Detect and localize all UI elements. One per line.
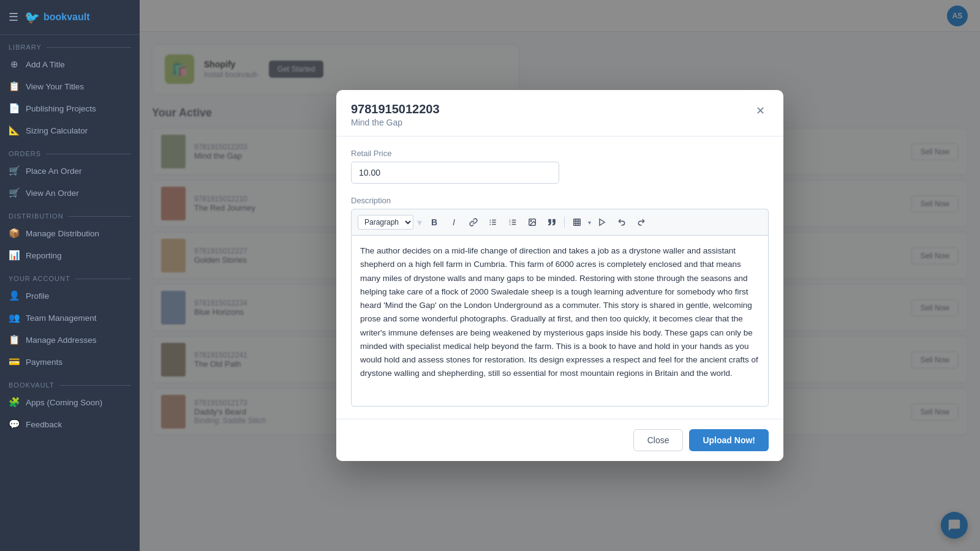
sidebar-item-label: Place An Order [26, 167, 82, 176]
sidebar-item-view-titles[interactable]: 📋 View Your Titles [0, 75, 140, 97]
sidebar-item-place-order[interactable]: 🛒 Place An Order [0, 160, 140, 182]
sidebar-item-feedback[interactable]: 💬 Feedback [0, 413, 140, 435]
team-icon: 👥 [9, 312, 20, 323]
hamburger-icon[interactable]: ☰ [9, 10, 18, 24]
sidebar-section-library: Library [0, 35, 140, 53]
cart2-icon: 🛒 [9, 187, 20, 198]
logo-text: bookvault [43, 12, 90, 23]
sidebar-item-publishing-projects[interactable]: 📄 Publishing Projects [0, 97, 140, 119]
description-text: The author decides on a mid-life change … [360, 246, 758, 378]
cart-icon: 🛒 [9, 165, 20, 176]
svg-marker-19 [600, 219, 605, 226]
svg-point-5 [489, 224, 491, 225]
sidebar-item-apps[interactable]: 🧩 Apps (Coming Soon) [0, 391, 140, 413]
sidebar-item-label: Sizing Calculator [26, 126, 88, 135]
modal-footer: Close Upload Now! [336, 419, 783, 461]
apps-icon: 🧩 [9, 397, 20, 408]
sidebar-item-manage-addresses[interactable]: 📋 Manage Addresses [0, 329, 140, 351]
sidebar-section-bookvault: Bookvault [0, 373, 140, 391]
sidebar-item-team-management[interactable]: 👥 Team Management [0, 307, 140, 329]
modal-book-title: Mind the Gap [351, 118, 440, 127]
sidebar-section-orders: Orders [0, 141, 140, 160]
payment-icon: 💳 [9, 356, 20, 367]
sidebar-item-label: Manage Addresses [26, 335, 97, 345]
logo-bird-icon: 🐦 [24, 10, 40, 24]
address-icon: 📋 [9, 334, 20, 345]
paragraph-select[interactable]: Paragraph [358, 215, 413, 230]
sidebar-item-label: Feedback [26, 420, 62, 429]
sidebar: ☰ 🐦 bookvault Library ⊕ Add A Title 📋 Vi… [0, 0, 140, 551]
retail-price-label: Retail Price [351, 149, 769, 158]
editor-toolbar: Paragraph ▾ B I 1.2.3. [351, 209, 769, 235]
link-button[interactable] [465, 214, 482, 230]
calc-icon: 📐 [9, 125, 20, 136]
toolbar-divider [564, 217, 565, 228]
bullet-list-button[interactable] [484, 214, 502, 230]
italic-button[interactable]: I [445, 214, 462, 230]
blockquote-button[interactable] [543, 214, 560, 230]
modal-body: Retail Price Description Paragraph ▾ B I [336, 137, 783, 419]
sidebar-item-label: Reporting [26, 251, 62, 260]
description-section: Description Paragraph ▾ B I [351, 196, 769, 407]
sidebar-item-label: Manage Distribution [26, 229, 99, 238]
main-content: AS 🛍️ Shopify Install bookvault- Get Sta… [140, 0, 980, 551]
modal-dialog: 9781915012203 Mind the Gap ✕ Retail Pric… [336, 90, 783, 461]
box-icon: 📦 [9, 228, 20, 239]
logo-area: 🐦 bookvault [24, 10, 90, 24]
sidebar-item-manage-distribution[interactable]: 📦 Manage Distribution [0, 222, 140, 244]
modal-overlay: 9781915012203 Mind the Gap ✕ Retail Pric… [140, 0, 980, 551]
retail-price-input[interactable] [351, 162, 559, 184]
sidebar-item-label: Team Management [26, 313, 97, 323]
image-button[interactable] [524, 214, 541, 230]
list-icon: 📋 [9, 81, 20, 92]
sidebar-item-label: Add A Title [26, 60, 65, 69]
feedback-icon: 💬 [9, 419, 20, 430]
ordered-list-button[interactable]: 1.2.3. [504, 214, 521, 230]
redo-button[interactable] [633, 214, 650, 230]
modal-header: 9781915012203 Mind the Gap ✕ [336, 90, 783, 137]
sidebar-item-sizing-calculator[interactable]: 📐 Sizing Calculator [0, 119, 140, 141]
modal-isbn: 9781915012203 [351, 102, 440, 116]
sidebar-item-label: Payments [26, 358, 62, 367]
svg-point-4 [489, 222, 491, 223]
bold-button[interactable]: B [426, 214, 443, 230]
description-label: Description [351, 196, 769, 205]
sidebar-item-add-title[interactable]: ⊕ Add A Title [0, 53, 140, 75]
sidebar-section-distribution: Distribution [0, 204, 140, 222]
undo-button[interactable] [613, 214, 630, 230]
chart-icon: 📊 [9, 250, 20, 261]
sidebar-item-label: Apps (Coming Soon) [26, 398, 102, 407]
video-button[interactable] [594, 214, 611, 230]
sidebar-item-label: Publishing Projects [26, 104, 96, 113]
doc-icon: 📄 [9, 103, 20, 114]
sidebar-item-view-order[interactable]: 🛒 View An Order [0, 182, 140, 204]
table-button[interactable] [568, 214, 586, 230]
description-editor[interactable]: The author decides on a mid-life change … [351, 235, 769, 407]
close-button[interactable]: Close [633, 429, 684, 451]
sidebar-item-profile[interactable]: 👤 Profile [0, 285, 140, 307]
sidebar-item-label: Profile [26, 291, 49, 301]
sidebar-item-label: View An Order [26, 189, 79, 198]
svg-text:3.: 3. [509, 223, 511, 226]
sidebar-section-account: Your Account [0, 266, 140, 285]
sidebar-item-payments[interactable]: 💳 Payments [0, 351, 140, 373]
add-icon: ⊕ [9, 59, 20, 70]
sidebar-item-label: View Your Titles [26, 82, 84, 91]
svg-point-3 [489, 220, 491, 221]
sidebar-item-reporting[interactable]: 📊 Reporting [0, 244, 140, 266]
person-icon: 👤 [9, 290, 20, 301]
upload-now-button[interactable]: Upload Now! [689, 429, 769, 451]
sidebar-header: ☰ 🐦 bookvault [0, 0, 140, 35]
svg-rect-14 [574, 219, 581, 226]
modal-close-button[interactable]: ✕ [752, 102, 769, 119]
svg-point-13 [530, 220, 532, 222]
